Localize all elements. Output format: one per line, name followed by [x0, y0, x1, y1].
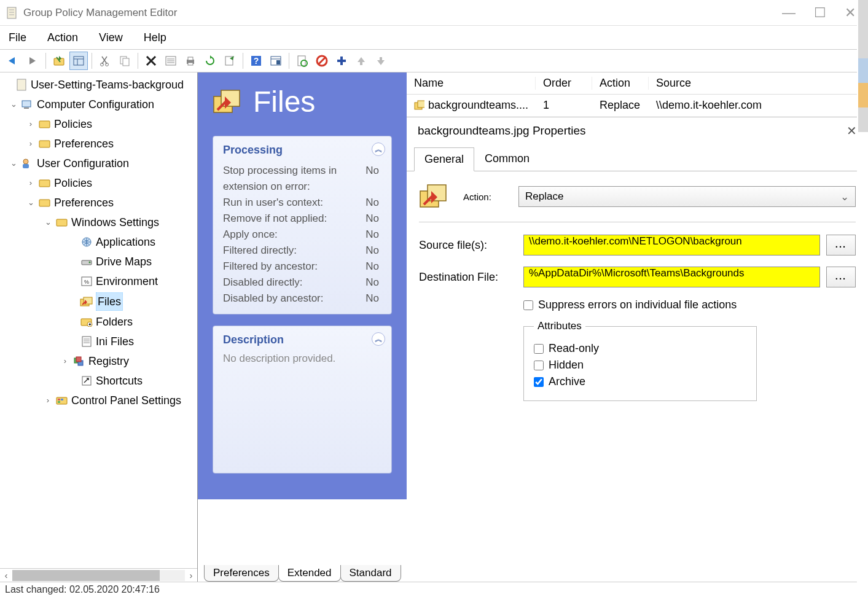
browse-source-button[interactable]: ... — [826, 235, 856, 256]
close-button[interactable]: ✕ — [845, 6, 856, 20]
menu-help[interactable]: Help — [140, 29, 170, 47]
forward-button[interactable] — [23, 52, 42, 70]
dialog-tabs: General Common — [407, 144, 868, 171]
readonly-checkbox[interactable] — [534, 344, 544, 354]
tab-common[interactable]: Common — [474, 147, 540, 171]
tree-folders[interactable]: ✦ Folders — [0, 312, 197, 332]
svg-rect-24 — [276, 60, 280, 64]
menu-bar: File Action View Help — [0, 26, 868, 49]
tab-preferences[interactable]: Preferences — [204, 565, 279, 582]
source-file-input[interactable]: \\demo.it-koehler.com\NETLOGON\backgroun — [523, 235, 820, 256]
chevron-right-icon[interactable]: › — [26, 115, 36, 133]
back-button[interactable] — [4, 52, 22, 70]
collapse-icon[interactable]: ︽ — [372, 332, 385, 346]
suppress-errors-checkbox[interactable] — [523, 300, 533, 310]
refresh-button[interactable] — [201, 52, 219, 70]
title-bar: Group Policy Management Editor — ☐ ✕ — [0, 0, 868, 26]
tree-uc-preferences[interactable]: ⌄ Preferences — [0, 193, 197, 213]
doc-refresh-button[interactable] — [293, 52, 311, 70]
move-up-button[interactable] — [352, 52, 370, 70]
processing-box: Processing ︽ Stop processing items in ex… — [213, 136, 392, 314]
svg-rect-60 — [58, 399, 60, 400]
tree-files[interactable]: Files — [0, 291, 197, 312]
collapse-icon[interactable]: ︽ — [372, 142, 385, 156]
chevron-down-icon[interactable]: ⌄ — [26, 194, 36, 211]
tree-cc-policies[interactable]: › Policies — [0, 114, 197, 134]
tree-root[interactable]: User-Setting-Teams-backgroud — [0, 75, 197, 95]
items-list: Name Order Action Source backgroundteams… — [407, 72, 868, 115]
chevron-right-icon[interactable]: › — [43, 392, 53, 409]
menu-action[interactable]: Action — [44, 29, 82, 47]
tree-shortcuts[interactable]: Shortcuts — [0, 371, 197, 391]
chevron-down-icon[interactable]: ⌄ — [43, 214, 53, 231]
tree-environment[interactable]: % Environment — [0, 271, 197, 291]
files-icon — [419, 182, 450, 211]
dialog-close-button[interactable]: ✕ — [846, 123, 857, 138]
tab-standard[interactable]: Standard — [340, 565, 401, 582]
svg-rect-38 — [39, 180, 50, 187]
move-down-button[interactable] — [372, 52, 390, 70]
tree-uc-policies[interactable]: › Policies — [0, 173, 197, 193]
show-hide-tree-button[interactable] — [69, 52, 88, 70]
svg-rect-34 — [39, 121, 50, 128]
cut-button[interactable] — [96, 52, 114, 70]
tree-horizontal-scrollbar[interactable]: ‹ › — [0, 568, 197, 582]
label-action: Action: — [463, 192, 518, 202]
col-source[interactable]: Source — [649, 77, 868, 90]
tree-drive-maps[interactable]: Drive Maps — [0, 252, 197, 271]
destination-file-input[interactable]: %AppDataDir%\Microsoft\Teams\Backgrounds — [523, 267, 820, 287]
chevron-down-icon[interactable]: ⌄ — [9, 155, 18, 172]
tree-cc-preferences[interactable]: › Preferences — [0, 134, 197, 154]
minimize-button[interactable]: — — [782, 6, 796, 20]
svg-point-43 — [89, 262, 91, 263]
svg-text:%: % — [84, 279, 89, 285]
svg-line-28 — [318, 57, 326, 64]
chevron-down-icon[interactable]: ⌄ — [9, 96, 18, 113]
tree-control-panel[interactable]: › Control Panel Settings — [0, 391, 197, 410]
chevron-right-icon[interactable]: › — [60, 353, 70, 370]
nav-tree: User-Setting-Teams-backgroud ⌄ Computer … — [0, 72, 198, 582]
stop-button[interactable] — [313, 52, 331, 70]
tree-computer-config[interactable]: ⌄ Computer Configuration — [0, 95, 197, 114]
svg-rect-39 — [39, 200, 50, 206]
window-title: Group Policy Management Editor — [23, 7, 782, 19]
col-action[interactable]: Action — [592, 77, 649, 90]
browse-destination-button[interactable]: ... — [826, 267, 856, 287]
archive-checkbox[interactable] — [534, 377, 544, 387]
svg-rect-33 — [24, 107, 29, 109]
tree-windows-settings[interactable]: ⌄ Windows Settings — [0, 213, 197, 232]
col-name[interactable]: Name — [407, 77, 536, 90]
dialog-title: backgroundteams.jpg Properties — [418, 124, 586, 138]
label-destination: Destination File: — [419, 271, 523, 284]
hidden-checkbox[interactable] — [534, 361, 544, 370]
tree-applications[interactable]: Applications — [0, 232, 197, 252]
menu-view[interactable]: View — [95, 29, 127, 47]
col-order[interactable]: Order — [536, 77, 592, 90]
maximize-button[interactable]: ☐ — [814, 6, 826, 20]
add-button[interactable] — [332, 52, 351, 70]
svg-rect-35 — [39, 141, 50, 147]
up-button[interactable] — [50, 52, 68, 70]
delete-button[interactable] — [142, 52, 160, 70]
svg-rect-57 — [76, 357, 81, 362]
action-select[interactable]: Replace ⌄ — [518, 186, 856, 207]
tab-extended[interactable]: Extended — [278, 565, 341, 582]
properties-button[interactable] — [162, 52, 180, 70]
tree-ini-files[interactable]: Ini Files — [0, 332, 197, 351]
chevron-right-icon[interactable]: › — [26, 174, 36, 192]
tree-registry[interactable]: › Registry — [0, 351, 197, 371]
details-panel: Files Processing ︽ Stop processing items… — [198, 72, 407, 499]
svg-rect-11 — [123, 58, 129, 66]
print-button[interactable] — [181, 52, 200, 70]
menu-file[interactable]: File — [5, 29, 30, 47]
export-button[interactable] — [221, 52, 239, 70]
copy-button[interactable] — [115, 52, 134, 70]
chevron-right-icon[interactable]: › — [26, 135, 36, 152]
options-button[interactable] — [267, 52, 285, 70]
status-bar: Last changed: 02.05.2020 20:47:16 — [0, 582, 868, 597]
tree-user-config[interactable]: ⌄ User Configuration — [0, 154, 197, 173]
help-button[interactable]: ? — [247, 52, 265, 70]
svg-rect-61 — [61, 399, 63, 400]
list-item[interactable]: backgroundteams.... 1 Replace \\demo.it-… — [407, 95, 868, 115]
tab-general[interactable]: General — [414, 147, 474, 171]
